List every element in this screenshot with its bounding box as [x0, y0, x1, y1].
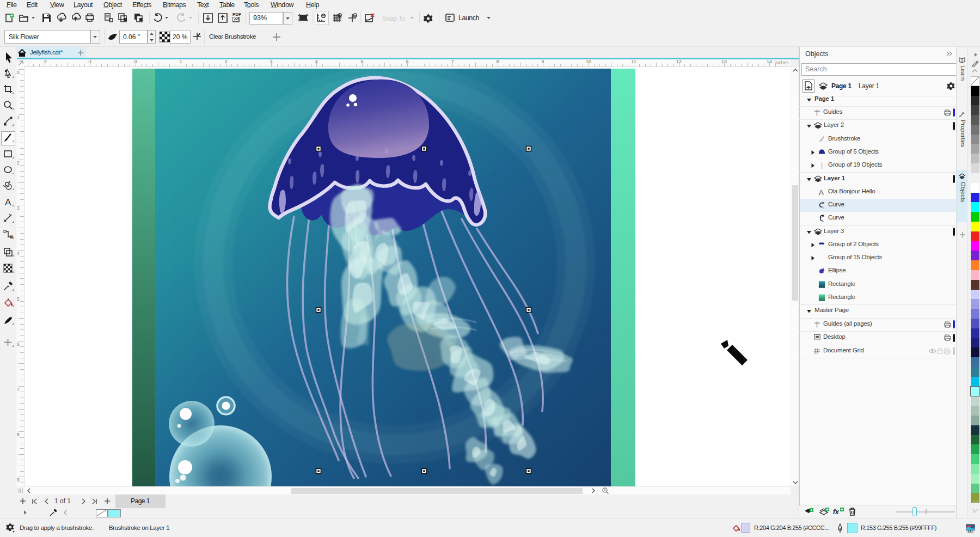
- svg-text:A: A: [819, 188, 824, 196]
- svg-text:A: A: [5, 197, 11, 207]
